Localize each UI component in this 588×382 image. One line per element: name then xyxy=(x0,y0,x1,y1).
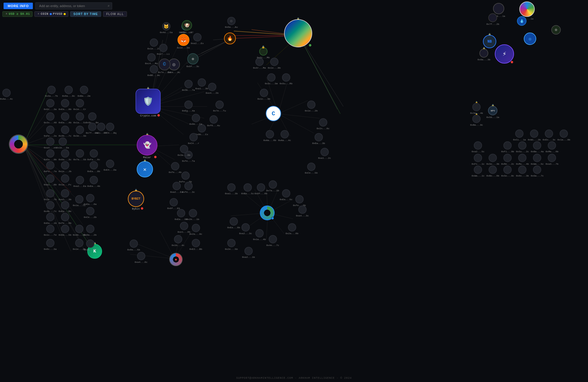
lc33[interactable]: 0x4b...7c xyxy=(44,201,57,213)
node-top-3[interactable]: 🐶 0x5d...87 xyxy=(181,20,193,34)
fire-node[interactable]: 🔥 xyxy=(224,33,236,45)
rr11[interactable]: 0xSo...3b xyxy=(486,154,499,165)
mn9[interactable]: 0x0e...Ce xyxy=(189,114,202,125)
crypto-com-node[interactable]: 🔒 🛡️ Crypto.com xyxy=(136,89,161,117)
rr20[interactable]: 0xGa...7c xyxy=(531,166,544,177)
far-right-2[interactable]: 0x7f...2b xyxy=(486,13,499,25)
bm9[interactable]: 0xa4...6c xyxy=(135,252,147,263)
maiar-node[interactable]: 🔒 👻 Maiar xyxy=(137,135,157,159)
bm4[interactable]: 0xe1...6b xyxy=(178,222,190,233)
refresh-node[interactable]: ⊕ 0x9f...3c xyxy=(186,53,199,68)
more-info-button[interactable]: MORE INFO xyxy=(4,3,33,9)
lc12[interactable]: 0x4b...7c xyxy=(59,126,71,137)
rr4[interactable]: 0x1a...8b xyxy=(558,130,570,141)
lc38[interactable]: 0xfe...6b xyxy=(59,213,71,224)
ra5[interactable]: 0x1c...3b xyxy=(257,89,270,100)
bm7[interactable]: 0xE2...Bb xyxy=(189,239,202,250)
lc43[interactable]: 0x6c...Sa xyxy=(44,239,57,250)
mn5[interactable]: 0xf6...4u xyxy=(207,115,220,127)
br12[interactable]: 0xEa...6b xyxy=(227,217,240,229)
lc8[interactable]: 0xEa...4b xyxy=(59,112,71,124)
rr2[interactable]: 0xWi...2b xyxy=(528,130,541,141)
mid4[interactable]: 0xa2...Ea xyxy=(170,182,183,193)
br13[interactable]: 0x2e...5b xyxy=(225,239,238,250)
lc42[interactable]: 0x0a...2b xyxy=(84,225,96,236)
bottom-right-blue-node[interactable] xyxy=(260,205,275,220)
mn3[interactable]: 0xe4...Ib xyxy=(206,83,218,94)
gear-node[interactable]: ⚙ xyxy=(551,25,561,35)
rr3[interactable]: 0xEx...3c xyxy=(543,130,555,141)
rr1[interactable]: 0xCi...1a xyxy=(513,130,526,141)
ra12[interactable]: 0xa1...2c xyxy=(318,148,331,159)
lc3[interactable]: 0xBa...2m xyxy=(78,86,90,97)
lc25[interactable]: 0xEa...8b xyxy=(87,161,100,173)
lc36[interactable]: 0xEa...6a xyxy=(84,194,96,205)
rr12[interactable]: 0xRe...2c xyxy=(501,154,514,165)
npv-node[interactable]: 🔒 NPV 0x5b...1a xyxy=(486,106,499,119)
lc24[interactable]: 0x1e...Jb xyxy=(59,161,71,173)
ra4[interactable]: 0xSu...Rb xyxy=(280,73,292,85)
lc4[interactable]: 0x5c...3a xyxy=(44,99,57,111)
ra13[interactable]: 0xCe...5b xyxy=(305,163,318,174)
lc28[interactable]: 0x1a...Fc xyxy=(59,174,71,186)
rr19[interactable]: 0x0x...3b xyxy=(516,166,529,177)
ra9[interactable]: 0x1e...2b xyxy=(305,101,318,112)
rr15[interactable]: 0xa3...7b xyxy=(546,154,558,165)
lc39[interactable]: 0x1c...Te xyxy=(44,225,57,236)
lc37[interactable]: 0xEa...1b xyxy=(44,213,57,224)
rr8[interactable]: 0xBa...4a xyxy=(531,141,544,153)
br5[interactable]: 0xEa...5c xyxy=(280,189,292,201)
node-top-1[interactable]: 🐱 0x4d...5a xyxy=(160,22,173,34)
rr7[interactable]: 0xSu...2c xyxy=(516,141,529,153)
bybit-node[interactable]: 🔒 BYBIT Bybit xyxy=(128,191,144,211)
heatmap-node[interactable]: 🔒 xyxy=(284,19,312,47)
mid6[interactable]: 0x3a...6b xyxy=(178,145,190,156)
rr13[interactable]: 0xMu...4b xyxy=(516,154,529,165)
rr9[interactable]: 0xMa...6b xyxy=(546,141,558,153)
mn1[interactable]: 0x3b...7a xyxy=(182,80,195,91)
lc16[interactable]: 0xC4...Bq xyxy=(104,123,116,134)
ra11[interactable]: 0xEw...3b xyxy=(312,133,325,145)
br11[interactable]: 0xa2...3c xyxy=(239,223,252,235)
bm1[interactable]: 0x0f...Eb xyxy=(167,198,180,210)
rr17[interactable]: 0xBo...6b xyxy=(486,166,499,177)
sn4[interactable]: 0xBE...Ac xyxy=(147,65,160,77)
right-white-node[interactable]: ⚡ xyxy=(495,44,514,64)
mn8[interactable]: 0xEg...4a xyxy=(182,101,195,112)
bm6[interactable]: 0x1b...4c xyxy=(172,235,184,247)
br6[interactable]: 0xfe...9b xyxy=(293,195,306,207)
lc10[interactable]: 0x9c...Be xyxy=(86,112,99,124)
ra3[interactable]: 0x3c...Sm xyxy=(265,73,278,85)
coinbase-node[interactable]: C xyxy=(266,106,281,122)
lc13[interactable]: 0x3e...Sb xyxy=(73,126,86,137)
coin-filter-close[interactable]: × xyxy=(38,12,40,16)
mid5[interactable]: 0xfe...3c xyxy=(182,182,195,193)
br8[interactable]: 0x2a...6b xyxy=(286,223,298,235)
lc6[interactable]: 0x1e...Cr xyxy=(73,99,86,111)
node-top-4[interactable]: ⬡ 0x6a...Au xyxy=(225,17,238,28)
lc45[interactable]: 0xCe...2b xyxy=(84,207,96,218)
lc20[interactable]: 0x8a...3c xyxy=(59,149,71,161)
rr14[interactable]: 0xWa...5c xyxy=(531,154,544,165)
br9[interactable]: 0x4e...7c xyxy=(266,235,279,247)
mn4[interactable]: 0x7e...Tu xyxy=(213,101,226,112)
ra8[interactable]: 0xAa...4c xyxy=(278,130,291,142)
usd-filter-close[interactable]: × xyxy=(6,12,8,16)
nb-node[interactable]: 🔒 NB xyxy=(483,35,496,49)
bm3[interactable]: 0x2e...1b xyxy=(186,209,199,221)
right-lock-1[interactable]: 🔒 0x8a...3b xyxy=(478,49,490,61)
search-input[interactable] xyxy=(35,2,112,9)
node-top-5[interactable]: 0xa2...Ex xyxy=(191,33,204,45)
flow-all-button[interactable]: FLOW ALL xyxy=(103,11,127,17)
lc46[interactable]: 0x1b...6c xyxy=(84,239,96,251)
bm2[interactable]: 0xEa...9b xyxy=(175,209,187,221)
tn1[interactable]: 🔒0x2c...Mb xyxy=(257,47,270,59)
lc26[interactable]: 0xE4...Da xyxy=(104,160,116,171)
lc2[interactable]: 0x6a...9c xyxy=(62,86,75,97)
lc17[interactable]: 0xa4...ek xyxy=(44,137,57,149)
lc1[interactable]: 0x4a...7b xyxy=(45,86,58,97)
lc19[interactable]: 0xEa...9b xyxy=(44,149,57,161)
rr18[interactable]: 0xSo...9c xyxy=(501,166,514,177)
ra2[interactable]: 0x1e...8b xyxy=(268,58,281,69)
br4[interactable]: 0x7a...1b xyxy=(266,180,279,192)
